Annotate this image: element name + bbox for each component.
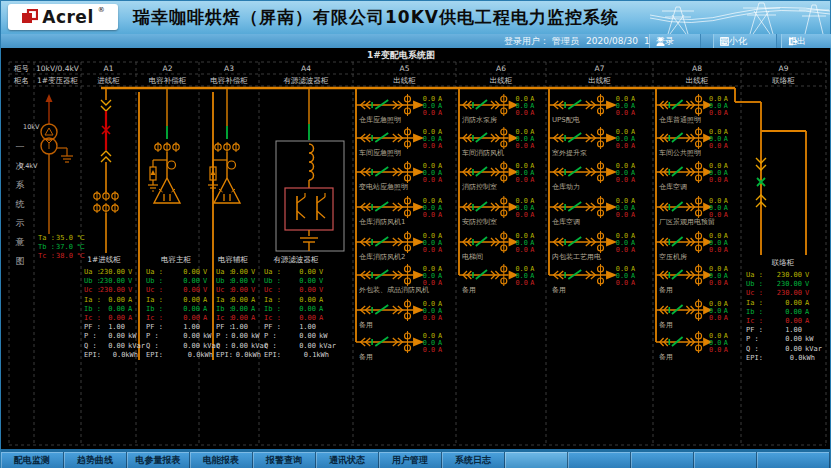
svg-text:A: A bbox=[438, 211, 442, 219]
nav-item-6[interactable]: 用户管理 bbox=[379, 452, 442, 468]
svg-text:0.0: 0.0 bbox=[423, 246, 435, 254]
feeder-row[interactable]: 0.0A0.0A0.0A安防控制室 bbox=[459, 196, 534, 226]
feeder-row[interactable]: 0.0A0.0A0.0A仓库消防风机2 bbox=[356, 231, 442, 261]
nav-item-5[interactable]: 通讯状态 bbox=[316, 452, 379, 468]
nav-item-7[interactable]: 系统日志 bbox=[442, 452, 505, 468]
svg-text:Ia :: Ia : bbox=[146, 296, 163, 304]
svg-text:A: A bbox=[438, 314, 442, 322]
nav-item-empty bbox=[694, 452, 757, 468]
svg-text:0.00: 0.00 bbox=[108, 342, 125, 350]
feeder-row[interactable]: 0.0A0.0A0.0A仓库空调 bbox=[656, 161, 728, 191]
svg-text:0.00: 0.00 bbox=[231, 277, 248, 285]
svg-text:0.00: 0.00 bbox=[785, 335, 802, 343]
svg-text:图: 图 bbox=[16, 256, 25, 266]
feeder-row[interactable]: 0.0A0.0A0.0A室外提升泵 bbox=[549, 127, 635, 157]
feeder-row[interactable]: 0.0A0.0A0.0A备用 bbox=[459, 264, 534, 294]
svg-text:Q :: Q : bbox=[264, 342, 277, 350]
svg-text:A: A bbox=[724, 246, 728, 254]
active-filter-symbol bbox=[276, 88, 344, 251]
svg-text:备用: 备用 bbox=[659, 353, 673, 361]
svg-text:P :: P : bbox=[264, 332, 277, 340]
svg-text:V: V bbox=[319, 286, 324, 294]
svg-text:EPI:: EPI: bbox=[264, 351, 281, 359]
feeder-row[interactable]: 0.0A0.0A0.0A内包装工艺用电 bbox=[549, 231, 635, 261]
login-button[interactable]: 登录 bbox=[649, 34, 701, 48]
nav-item-3[interactable]: 电能报表 bbox=[190, 452, 253, 468]
svg-text:A: A bbox=[724, 346, 728, 354]
svg-text:P :: P : bbox=[146, 332, 159, 340]
svg-text:1.00: 1.00 bbox=[183, 323, 200, 331]
svg-text:0.00: 0.00 bbox=[183, 296, 200, 304]
svg-text:Ic :: Ic : bbox=[146, 314, 163, 322]
logo-registered-mark: ® bbox=[98, 6, 105, 14]
feeder-row[interactable]: 0.0A0.0A0.0A电梯间 bbox=[459, 231, 534, 261]
feeder-row[interactable]: 0.0A0.0A0.0A仓库普通照明 bbox=[656, 94, 728, 124]
diagram-area: 1#变配电系统图柜号柜名10kV/0.4kV1#变压器柜A1进线柜A2电容补偿柜… bbox=[1, 48, 830, 449]
feeder-row[interactable]: 0.0A0.0A0.0A变电站应急照明 bbox=[356, 161, 442, 191]
svg-text:0.00: 0.00 bbox=[231, 268, 248, 276]
feeder-row[interactable]: 0.0A0.0A0.0A备用 bbox=[656, 331, 728, 361]
feeder-row[interactable]: 0.0A0.0A0.0A仓库空调 bbox=[549, 196, 635, 226]
svg-text:0.00: 0.00 bbox=[183, 305, 200, 313]
svg-text:230.00: 230.00 bbox=[100, 286, 125, 294]
feeder-row[interactable]: 0.0A0.0A0.0A车间应急照明 bbox=[356, 127, 442, 157]
svg-text:0.00: 0.00 bbox=[299, 342, 316, 350]
feeder-row[interactable]: 0.0A0.0A0.0A厂区景观用电预留 bbox=[656, 196, 728, 226]
cabinet-data-panel: 电容主柜Ua :0.00VUb :0.00VUc :0.00VIa :0.00A… bbox=[146, 255, 220, 359]
feeder-row[interactable]: 0.0A0.0A0.0A外包装、成品消防风机 bbox=[356, 264, 442, 294]
svg-text:0.00: 0.00 bbox=[299, 286, 316, 294]
transformer-symbol: 10kV0.4kVTa :35.0 ℃Tb :37.0 ℃Tc :38.0 ℃ bbox=[19, 94, 85, 260]
svg-text:0.0: 0.0 bbox=[423, 346, 435, 354]
nav-item-empty bbox=[757, 452, 830, 468]
svg-text:A9: A9 bbox=[779, 64, 789, 73]
svg-text:仓库普通照明: 仓库普通照明 bbox=[659, 115, 701, 124]
feeder-row[interactable]: 0.0A0.0A0.0A备用 bbox=[656, 299, 728, 329]
feeder-row[interactable]: 0.0A0.0A0.0A消防控制室 bbox=[459, 161, 534, 191]
svg-text:A: A bbox=[128, 314, 133, 322]
svg-text:A: A bbox=[203, 305, 208, 313]
feeder-row[interactable]: 0.0A0.0A0.0A仓库应急照明 bbox=[356, 94, 442, 124]
svg-text:V: V bbox=[128, 268, 133, 276]
feeder-row[interactable]: 0.0A0.0A0.0AUPS配电 bbox=[549, 94, 635, 124]
svg-text:A: A bbox=[530, 246, 534, 254]
svg-text:A: A bbox=[724, 314, 728, 322]
svg-text:仓库空调: 仓库空调 bbox=[659, 183, 687, 191]
svg-text:kW: kW bbox=[319, 332, 328, 340]
svg-text:38.0 ℃: 38.0 ℃ bbox=[56, 252, 85, 260]
svg-text:系: 系 bbox=[16, 180, 25, 190]
svg-text:A: A bbox=[438, 142, 442, 150]
nav-item-2[interactable]: 电参量报表 bbox=[127, 452, 190, 468]
nav-item-1[interactable]: 趋势曲线 bbox=[64, 452, 127, 468]
svg-text:柜名: 柜名 bbox=[13, 76, 29, 85]
feeder-row[interactable]: 0.0A0.0A0.0A消防水泵房 bbox=[459, 94, 534, 124]
svg-text:备用: 备用 bbox=[552, 286, 566, 294]
feeder-row[interactable]: 0.0A0.0A0.0A车间公共照明 bbox=[656, 127, 728, 157]
svg-text:Ub :: Ub : bbox=[746, 280, 763, 288]
feeder-row[interactable]: 0.0A0.0A0.0A备用 bbox=[356, 331, 442, 361]
svg-text:PF :: PF : bbox=[146, 323, 163, 331]
feeder-row[interactable]: 0.0A0.0A0.0A空压机房 bbox=[656, 231, 728, 261]
svg-text:室外提升泵: 室外提升泵 bbox=[552, 149, 587, 157]
svg-text:联络柜: 联络柜 bbox=[771, 76, 795, 85]
svg-text:EPI:: EPI: bbox=[216, 351, 233, 359]
exit-button[interactable]: 退出 bbox=[781, 34, 831, 48]
svg-text:1.00: 1.00 bbox=[108, 323, 125, 331]
feeder-row[interactable]: 0.0A0.0A0.0A仓库消防风机1 bbox=[356, 196, 442, 226]
svg-text:A: A bbox=[319, 296, 324, 304]
svg-text:出线柜: 出线柜 bbox=[393, 76, 416, 85]
feeder-row[interactable]: 0.0A0.0A0.0A车间消防风机 bbox=[459, 127, 534, 157]
feeder-row[interactable]: 0.0A0.0A0.0A仓库动力 bbox=[549, 161, 635, 191]
svg-text:0.00: 0.00 bbox=[299, 314, 316, 322]
feeder-row[interactable]: 0.0A0.0A0.0A备用 bbox=[549, 264, 635, 294]
svg-text:一: 一 bbox=[16, 142, 25, 152]
minimize-button[interactable]: 最小化 bbox=[713, 34, 777, 48]
feeder-row[interactable]: 0.0A0.0A0.0A备用 bbox=[356, 299, 442, 329]
svg-text:0.0: 0.0 bbox=[423, 142, 435, 150]
svg-text:出线柜: 出线柜 bbox=[686, 76, 709, 85]
nav-item-4[interactable]: 报警查询 bbox=[253, 452, 316, 468]
svg-text:10kV: 10kV bbox=[23, 123, 40, 131]
svg-text:0.00: 0.00 bbox=[183, 277, 200, 285]
nav-item-0[interactable]: 配电监测 bbox=[1, 452, 64, 468]
one-line-diagram: 1#变配电系统图柜号柜名10kV/0.4kV1#变压器柜A1进线柜A2电容补偿柜… bbox=[4, 48, 829, 449]
feeder-row[interactable]: 0.0A0.0A0.0A备用 bbox=[656, 264, 728, 294]
